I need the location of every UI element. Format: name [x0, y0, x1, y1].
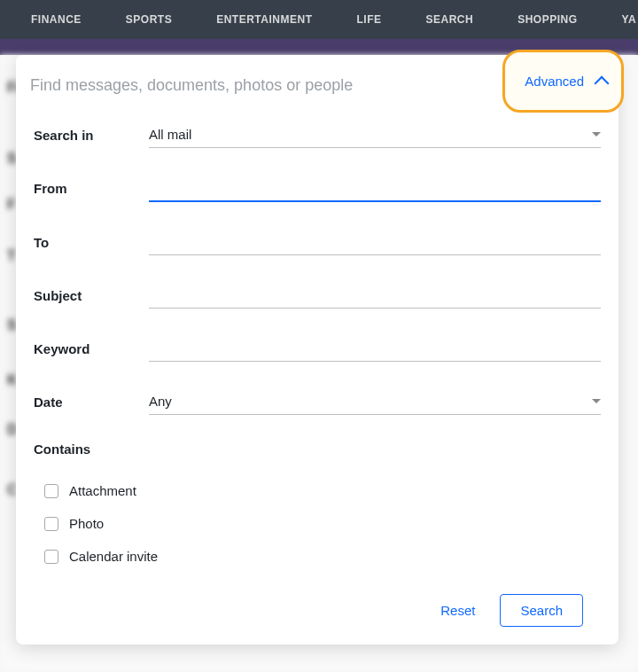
subject-row: Subject [34, 282, 601, 309]
subject-input[interactable] [149, 282, 601, 309]
checkbox-calendar-row: Calendar invite [34, 540, 601, 573]
advanced-label: Advanced [525, 74, 584, 89]
date-value: Any [149, 394, 592, 409]
contains-section: Contains Attachment Photo Calendar invit… [34, 441, 601, 573]
nav-finance[interactable]: FINANCE [9, 13, 104, 26]
checkbox-photo-label: Photo [69, 516, 104, 531]
search-in-value: All mail [149, 127, 592, 142]
nav-more[interactable]: YA [600, 13, 639, 26]
reset-button[interactable]: Reset [432, 596, 484, 625]
caret-down-icon [592, 399, 601, 403]
from-input[interactable] [149, 175, 601, 202]
date-select[interactable]: Any [149, 388, 601, 415]
checkbox-photo-row: Photo [34, 507, 601, 540]
footer-actions: Reset Search [34, 573, 601, 627]
checkbox-attachment-row: Attachment [34, 474, 601, 507]
to-input[interactable] [149, 229, 601, 255]
search-in-label: Search in [34, 128, 149, 143]
form-body: Search in All mail From To Subject [16, 114, 619, 627]
advanced-search-panel: Advanced Search in All mail From To [16, 55, 619, 645]
checkbox-calendar-label: Calendar invite [69, 549, 158, 564]
to-row: To [34, 229, 601, 255]
search-in-row: Search in All mail [34, 121, 601, 148]
subject-label: Subject [34, 288, 149, 303]
from-row: From [34, 175, 601, 202]
date-row: Date Any [34, 388, 601, 415]
checkbox-attachment[interactable] [44, 484, 58, 498]
nav-life[interactable]: LIFE [334, 13, 403, 26]
nav-shopping[interactable]: SHOPPING [495, 13, 599, 26]
date-label: Date [34, 395, 149, 410]
checkbox-calendar[interactable] [44, 550, 58, 564]
nav-entertainment[interactable]: ENTERTAINMENT [194, 13, 334, 26]
contains-label: Contains [34, 441, 601, 457]
nav-sports[interactable]: SPORTS [104, 13, 194, 26]
search-button[interactable]: Search [500, 594, 583, 627]
chevron-up-icon [595, 75, 610, 90]
keyword-row: Keyword [34, 335, 601, 362]
top-navigation: FINANCE SPORTS ENTERTAINMENT LIFE SEARCH… [0, 0, 638, 39]
keyword-input[interactable] [149, 335, 601, 362]
advanced-toggle[interactable]: Advanced [502, 50, 624, 113]
caret-down-icon [592, 132, 601, 137]
nav-search[interactable]: SEARCH [403, 13, 495, 26]
checkbox-attachment-label: Attachment [69, 483, 136, 498]
keyword-label: Keyword [34, 341, 149, 356]
checkbox-photo[interactable] [44, 517, 58, 531]
to-label: To [34, 235, 149, 250]
search-header: Advanced [16, 55, 619, 114]
search-in-select[interactable]: All mail [149, 121, 601, 148]
from-label: From [34, 181, 149, 196]
